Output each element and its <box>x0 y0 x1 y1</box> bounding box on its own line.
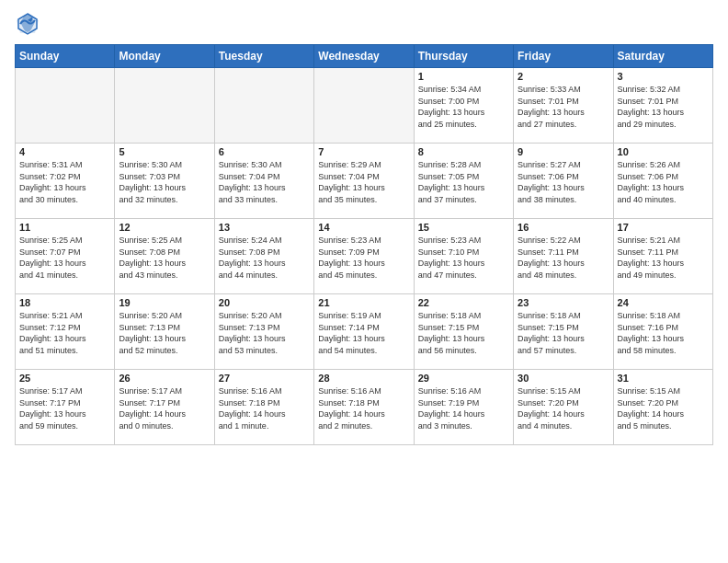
calendar-cell: 23Sunrise: 5:18 AMSunset: 7:15 PMDayligh… <box>514 294 613 370</box>
day-info: Sunrise: 5:30 AMSunset: 7:03 PMDaylight:… <box>119 159 210 205</box>
week-row-4: 18Sunrise: 5:21 AMSunset: 7:12 PMDayligh… <box>16 294 713 370</box>
day-number: 26 <box>119 373 210 384</box>
day-info: Sunrise: 5:18 AMSunset: 7:15 PMDaylight:… <box>418 310 509 356</box>
day-info: Sunrise: 5:21 AMSunset: 7:12 PMDaylight:… <box>19 310 110 356</box>
day-number: 15 <box>418 222 509 233</box>
day-info: Sunrise: 5:15 AMSunset: 7:20 PMDaylight:… <box>618 385 709 431</box>
calendar-cell: 17Sunrise: 5:21 AMSunset: 7:11 PMDayligh… <box>613 219 712 294</box>
day-number: 27 <box>219 373 310 384</box>
calendar-cell: 4Sunrise: 5:31 AMSunset: 7:02 PMDaylight… <box>16 144 115 219</box>
day-info: Sunrise: 5:16 AMSunset: 7:18 PMDaylight:… <box>219 385 310 431</box>
day-number: 1 <box>418 71 509 82</box>
day-info: Sunrise: 5:20 AMSunset: 7:13 PMDaylight:… <box>119 310 210 356</box>
calendar-cell: 8Sunrise: 5:28 AMSunset: 7:05 PMDaylight… <box>414 144 513 219</box>
calendar-cell: 11Sunrise: 5:25 AMSunset: 7:07 PMDayligh… <box>16 219 115 294</box>
day-number: 22 <box>418 297 509 308</box>
day-number: 28 <box>318 373 409 384</box>
header <box>15 11 713 37</box>
logo-icon <box>15 11 40 37</box>
weekday-header-monday: Monday <box>115 45 214 68</box>
week-row-3: 11Sunrise: 5:25 AMSunset: 7:07 PMDayligh… <box>16 219 713 294</box>
day-number: 25 <box>19 373 110 384</box>
calendar-cell: 5Sunrise: 5:30 AMSunset: 7:03 PMDaylight… <box>115 144 214 219</box>
day-number: 16 <box>518 222 609 233</box>
day-info: Sunrise: 5:17 AMSunset: 7:17 PMDaylight:… <box>119 385 210 431</box>
day-number: 17 <box>618 222 709 233</box>
day-info: Sunrise: 5:23 AMSunset: 7:10 PMDaylight:… <box>418 235 509 281</box>
day-number: 5 <box>119 146 210 157</box>
calendar-cell <box>314 68 414 144</box>
day-number: 8 <box>418 146 509 157</box>
calendar-cell: 26Sunrise: 5:17 AMSunset: 7:17 PMDayligh… <box>115 370 214 445</box>
day-number: 23 <box>518 297 609 308</box>
calendar-cell: 27Sunrise: 5:16 AMSunset: 7:18 PMDayligh… <box>214 370 313 445</box>
day-number: 31 <box>618 373 709 384</box>
calendar-cell: 30Sunrise: 5:15 AMSunset: 7:20 PMDayligh… <box>514 370 613 445</box>
day-info: Sunrise: 5:27 AMSunset: 7:06 PMDaylight:… <box>518 159 609 205</box>
day-number: 14 <box>318 222 409 233</box>
day-number: 4 <box>19 146 110 157</box>
calendar-cell: 29Sunrise: 5:16 AMSunset: 7:19 PMDayligh… <box>414 370 513 445</box>
day-info: Sunrise: 5:23 AMSunset: 7:09 PMDaylight:… <box>318 235 409 281</box>
day-number: 18 <box>19 297 110 308</box>
day-number: 3 <box>618 71 709 82</box>
day-info: Sunrise: 5:18 AMSunset: 7:15 PMDaylight:… <box>518 310 609 356</box>
calendar-cell: 19Sunrise: 5:20 AMSunset: 7:13 PMDayligh… <box>115 294 214 370</box>
logo <box>15 11 44 37</box>
week-row-5: 25Sunrise: 5:17 AMSunset: 7:17 PMDayligh… <box>16 370 713 445</box>
day-number: 2 <box>518 71 609 82</box>
day-number: 12 <box>119 222 210 233</box>
day-number: 9 <box>518 146 609 157</box>
day-number: 21 <box>318 297 409 308</box>
week-row-1: 1Sunrise: 5:34 AMSunset: 7:00 PMDaylight… <box>16 68 713 144</box>
weekday-header-tuesday: Tuesday <box>214 45 313 68</box>
calendar-cell: 1Sunrise: 5:34 AMSunset: 7:00 PMDaylight… <box>414 68 513 144</box>
day-number: 13 <box>219 222 310 233</box>
day-number: 29 <box>418 373 509 384</box>
calendar-cell: 2Sunrise: 5:33 AMSunset: 7:01 PMDaylight… <box>514 68 613 144</box>
calendar-cell: 20Sunrise: 5:20 AMSunset: 7:13 PMDayligh… <box>214 294 313 370</box>
calendar-cell <box>16 68 115 144</box>
day-number: 20 <box>219 297 310 308</box>
day-info: Sunrise: 5:30 AMSunset: 7:04 PMDaylight:… <box>219 159 310 205</box>
calendar-cell: 21Sunrise: 5:19 AMSunset: 7:14 PMDayligh… <box>314 294 414 370</box>
calendar-cell: 14Sunrise: 5:23 AMSunset: 7:09 PMDayligh… <box>314 219 414 294</box>
calendar-cell: 3Sunrise: 5:32 AMSunset: 7:01 PMDaylight… <box>613 68 712 144</box>
day-info: Sunrise: 5:34 AMSunset: 7:00 PMDaylight:… <box>418 84 509 130</box>
day-number: 6 <box>219 146 310 157</box>
calendar-cell <box>115 68 214 144</box>
day-info: Sunrise: 5:18 AMSunset: 7:16 PMDaylight:… <box>618 310 709 356</box>
calendar-cell: 13Sunrise: 5:24 AMSunset: 7:08 PMDayligh… <box>214 219 313 294</box>
weekday-header-thursday: Thursday <box>414 45 513 68</box>
calendar-cell: 10Sunrise: 5:26 AMSunset: 7:06 PMDayligh… <box>613 144 712 219</box>
day-number: 11 <box>19 222 110 233</box>
day-info: Sunrise: 5:25 AMSunset: 7:07 PMDaylight:… <box>19 235 110 281</box>
calendar-cell: 16Sunrise: 5:22 AMSunset: 7:11 PMDayligh… <box>514 219 613 294</box>
calendar-cell: 24Sunrise: 5:18 AMSunset: 7:16 PMDayligh… <box>613 294 712 370</box>
calendar-cell: 12Sunrise: 5:25 AMSunset: 7:08 PMDayligh… <box>115 219 214 294</box>
calendar-cell: 31Sunrise: 5:15 AMSunset: 7:20 PMDayligh… <box>613 370 712 445</box>
calendar-cell: 15Sunrise: 5:23 AMSunset: 7:10 PMDayligh… <box>414 219 513 294</box>
day-info: Sunrise: 5:26 AMSunset: 7:06 PMDaylight:… <box>618 159 709 205</box>
calendar-cell: 6Sunrise: 5:30 AMSunset: 7:04 PMDaylight… <box>214 144 313 219</box>
weekday-header-wednesday: Wednesday <box>314 45 414 68</box>
weekday-header-row: SundayMondayTuesdayWednesdayThursdayFrid… <box>16 45 713 68</box>
day-info: Sunrise: 5:20 AMSunset: 7:13 PMDaylight:… <box>219 310 310 356</box>
day-number: 7 <box>318 146 409 157</box>
week-row-2: 4Sunrise: 5:31 AMSunset: 7:02 PMDaylight… <box>16 144 713 219</box>
day-info: Sunrise: 5:31 AMSunset: 7:02 PMDaylight:… <box>19 159 110 205</box>
weekday-header-friday: Friday <box>514 45 613 68</box>
day-info: Sunrise: 5:24 AMSunset: 7:08 PMDaylight:… <box>219 235 310 281</box>
calendar-cell: 9Sunrise: 5:27 AMSunset: 7:06 PMDaylight… <box>514 144 613 219</box>
calendar-cell: 22Sunrise: 5:18 AMSunset: 7:15 PMDayligh… <box>414 294 513 370</box>
page: SundayMondayTuesdayWednesdayThursdayFrid… <box>0 0 728 563</box>
day-info: Sunrise: 5:28 AMSunset: 7:05 PMDaylight:… <box>418 159 509 205</box>
day-number: 19 <box>119 297 210 308</box>
day-info: Sunrise: 5:15 AMSunset: 7:20 PMDaylight:… <box>518 385 609 431</box>
calendar-table: SundayMondayTuesdayWednesdayThursdayFrid… <box>15 44 713 445</box>
calendar-cell: 18Sunrise: 5:21 AMSunset: 7:12 PMDayligh… <box>16 294 115 370</box>
weekday-header-sunday: Sunday <box>16 45 115 68</box>
day-info: Sunrise: 5:22 AMSunset: 7:11 PMDaylight:… <box>518 235 609 281</box>
day-info: Sunrise: 5:25 AMSunset: 7:08 PMDaylight:… <box>119 235 210 281</box>
calendar-cell: 25Sunrise: 5:17 AMSunset: 7:17 PMDayligh… <box>16 370 115 445</box>
